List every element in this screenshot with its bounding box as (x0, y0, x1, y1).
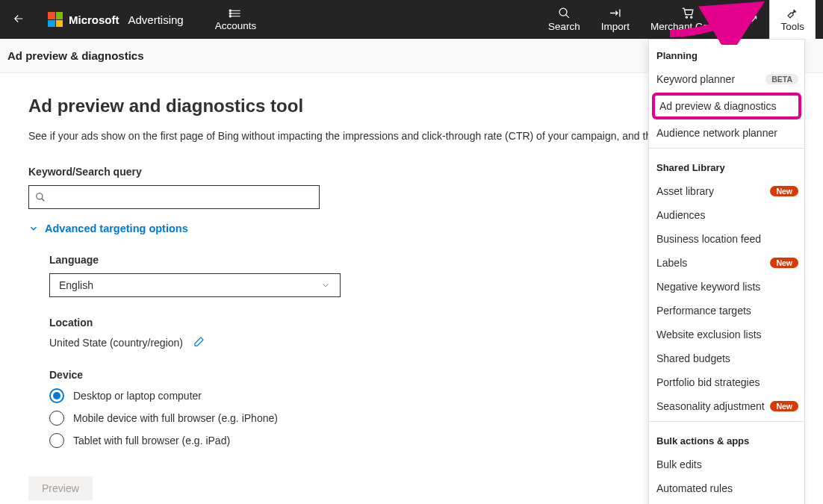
tools-menu-item[interactable]: Audiences (649, 203, 804, 227)
tools-menu-item[interactable]: Website exclusion lists (649, 323, 804, 346)
radio-icon (49, 433, 64, 448)
tools-item-label: Shared budgets (656, 352, 730, 364)
microsoft-logo-icon (48, 12, 63, 27)
nav-merchant[interactable]: Merchant Center (640, 0, 736, 39)
tools-menu-item[interactable]: Automated rules (649, 476, 804, 500)
top-navigation: Microsoft Advertising Accounts Search Im… (0, 0, 823, 39)
badge-new: New (770, 258, 798, 268)
tools-item-label: Ad preview & diagnostics (659, 100, 776, 112)
chevron-down-icon (320, 280, 331, 290)
badge-new: New (770, 186, 798, 196)
tools-menu-item[interactable]: Portfolio bid strategies (649, 370, 804, 394)
tools-item-label: Negative keyword lists (656, 281, 760, 293)
tools-menu-item[interactable]: Performance targets (649, 299, 804, 323)
language-select[interactable]: English (49, 273, 341, 297)
radio-icon (49, 411, 64, 426)
edit-location-button[interactable] (193, 336, 205, 349)
accounts-label: Accounts (215, 20, 257, 31)
tools-item-label: Business location feed (656, 233, 761, 245)
tools-item-label: Performance targets (656, 305, 751, 317)
device-option-label: Desktop or laptop computer (73, 390, 202, 402)
tools-item-label: Portfolio bid strategies (656, 376, 760, 388)
keyword-input[interactable] (50, 191, 313, 203)
radio-icon (49, 388, 64, 403)
tools-menu-item[interactable]: LabelsNew (649, 251, 804, 275)
nav-tools-label: Tools (780, 21, 804, 32)
nav-import[interactable]: Import (591, 0, 640, 39)
svg-point-7 (37, 193, 43, 199)
svg-point-3 (559, 8, 567, 16)
tools-menu-item[interactable]: Negative keyword lists (649, 275, 804, 299)
tools-item-label: Seasonality adjustment (656, 400, 765, 412)
chart-icon (746, 13, 759, 25)
tools-menu-item[interactable]: Bulk edits (649, 452, 804, 476)
tools-section-head: Shared Library (649, 152, 804, 179)
tools-menu-item[interactable]: Ad preview & diagnostics (652, 93, 801, 119)
tools-menu-item[interactable]: Shared budgets (649, 346, 804, 370)
nav-reports[interactable] (736, 0, 769, 39)
wrench-icon (786, 7, 799, 19)
accounts-nav[interactable]: Accounts (215, 8, 257, 31)
cart-icon (682, 7, 695, 19)
tools-item-label: Keyword planner (656, 73, 735, 85)
preview-button[interactable]: Preview (28, 476, 93, 500)
svg-point-4 (686, 16, 687, 18)
subheader-title: Ad preview & diagnostics (7, 49, 144, 62)
brand-product: Advertising (128, 13, 184, 26)
badge-new: New (770, 401, 798, 411)
tools-section-head: Planning (649, 40, 804, 67)
tools-menu-item[interactable]: Business location feed (649, 227, 804, 251)
search-icon (558, 7, 571, 19)
tools-item-label: Audience network planner (656, 127, 777, 139)
nav-search[interactable]: Search (538, 0, 591, 39)
pencil-icon (193, 336, 205, 347)
tools-item-label: Automated rules (656, 482, 733, 494)
language-value: English (59, 279, 93, 291)
tools-item-label: Asset library (656, 185, 714, 197)
device-option-label: Mobile device with full browser (e.g. iP… (73, 412, 278, 424)
nav-tools[interactable]: Tools (769, 0, 816, 39)
svg-point-2 (230, 15, 232, 16)
tools-item-label: Labels (656, 257, 687, 269)
svg-point-5 (690, 16, 692, 18)
device-option-label: Tablet with full browser (e.g. iPad) (73, 435, 230, 447)
brand-name: Microsoft (69, 13, 119, 26)
tools-menu-item[interactable]: Keyword plannerBETA (649, 67, 804, 91)
chevron-down-icon (28, 223, 39, 234)
location-value: United State (country/region) (49, 337, 183, 349)
badge-beta: BETA (765, 74, 798, 84)
svg-point-0 (230, 10, 232, 11)
tools-menu-item[interactable]: Seasonality adjustmentNew (649, 394, 804, 418)
advanced-targeting-label: Advanced targeting options (45, 223, 188, 234)
brand-logo-wrap[interactable]: Microsoft Advertising (48, 12, 184, 27)
tools-item-label: Bulk edits (656, 458, 702, 470)
back-arrow[interactable] (7, 12, 30, 28)
tools-menu-item[interactable]: Scripts (649, 500, 804, 504)
keyword-search-input-wrap[interactable] (28, 185, 320, 209)
tools-menu-item[interactable]: Asset libraryNew (649, 179, 804, 203)
nav-import-label: Import (601, 21, 630, 32)
tools-dropdown-panel: PlanningKeyword plannerBETAAd preview & … (648, 39, 805, 504)
nav-search-label: Search (548, 21, 580, 32)
nav-merchant-label: Merchant Center (650, 21, 726, 32)
search-icon (35, 192, 46, 202)
tools-item-label: Audiences (656, 209, 705, 221)
tools-section-head: Bulk actions & apps (649, 425, 804, 452)
import-icon (609, 7, 621, 19)
tools-menu-item[interactable]: Audience network planner (649, 121, 804, 145)
svg-point-1 (230, 12, 232, 13)
tools-item-label: Website exclusion lists (656, 329, 762, 340)
